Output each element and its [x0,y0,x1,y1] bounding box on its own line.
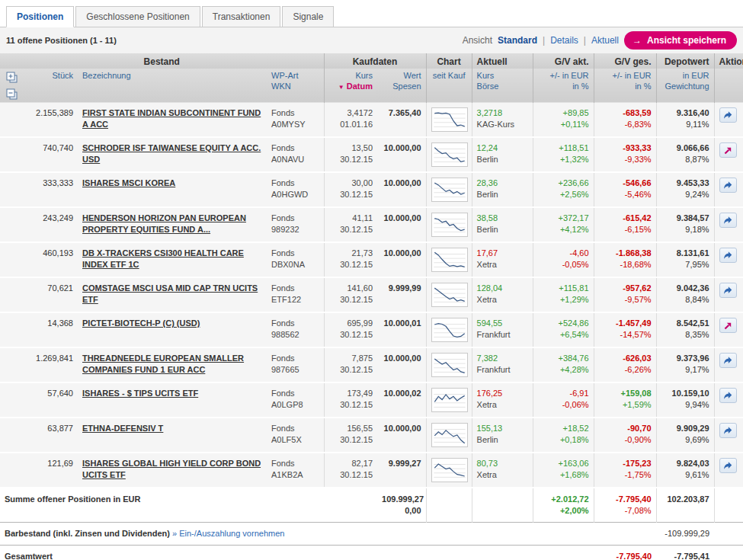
trade-action-button[interactable] [719,423,737,438]
wkn-value: A0NAVU [271,154,319,165]
position-name-link[interactable]: DB X-TRACKERS CSI300 HEALTH CARE INDEX E… [82,248,244,269]
gv-ges-pct: -6,26% [599,364,652,376]
cash-label: Barbestand (inkl. Zinsen und Dividenden) [5,529,170,538]
sort-boerse[interactable]: Börse [477,81,528,91]
trade-action-button[interactable] [719,107,737,123]
expand-all-icon[interactable] [6,72,18,84]
depot-weight: 9,94% [661,399,709,411]
sparkline-chart[interactable] [431,318,468,342]
tab-transaktionen[interactable]: Transaktionen [202,6,281,27]
position-name-link[interactable]: FIRST STATE INDIAN SUBCONTINENT FUND A A… [82,108,261,129]
buy-price: 30,00 [329,178,373,189]
exchange-name: Frankfurt [477,329,528,341]
sparkline-chart[interactable] [431,353,468,377]
sparkline-chart[interactable] [431,388,468,412]
position-name-link[interactable]: SCHRODER ISF TAIWANESE EQUITY A ACC. USD [82,143,261,164]
position-name-link[interactable]: ISHARES - $ TIPS UCITS ETF [82,389,198,398]
buy-price: 41,11 [329,213,373,224]
gv-akt-pct: +2,56% [538,189,589,200]
blue-trade-arrow-icon [722,250,733,261]
view-aktuell-link[interactable]: Aktuell [591,35,619,46]
column-group-chart: Chart [426,53,472,69]
table-row: 333,333 ISHARES MSCI KOREA Fonds A0HGWD … [0,172,743,207]
sparkline-chart[interactable] [431,458,468,482]
gv-ges-eur: +159,08 [599,388,652,399]
trade-action-button[interactable] [719,142,737,158]
depot-weight: 9,17% [661,364,709,376]
open-positions-count: 11 offene Positionen (1 - 11) [6,36,117,45]
collapse-all-icon[interactable] [6,88,18,101]
tab-positionen[interactable]: Positionen [6,6,74,27]
current-price: 28,36 [477,178,528,189]
sort-wkn[interactable]: WKN [271,81,319,91]
sort-gewichtung[interactable]: Gewichtung [661,81,709,91]
position-name-link[interactable]: ISHARES MSCI KOREA [82,178,175,187]
gv-akt-pct: +0,11% [538,119,589,130]
trade-action-button[interactable] [719,283,737,298]
sort-depot-eur[interactable]: in EUR [661,70,709,81]
trade-action-button[interactable] [719,388,737,403]
gv-ges-eur: -1.868,38 [599,248,652,259]
table-row: 740,740 SCHRODER ISF TAIWANESE EQUITY A … [0,137,743,172]
depot-weight: 8,35% [661,329,709,341]
sort-gv-akt-eur[interactable]: +/- in EUR [538,70,589,81]
total-label: Gesamtwert [0,546,594,560]
sort-stueck[interactable]: Stück [27,70,73,81]
gv-akt-eur: -6,91 [538,388,589,399]
total-value: -7.795,41 [656,546,714,560]
sort-gv-akt-pct[interactable]: in % [538,81,589,91]
sparkline-chart[interactable] [431,283,468,307]
sort-gv-ges-eur[interactable]: +/- in EUR [599,70,652,81]
blue-trade-arrow-icon [722,215,733,226]
depot-value: 9.042,36 [661,283,709,294]
view-standard-link[interactable]: Standard [498,35,537,46]
position-name-link[interactable]: HENDERSON HORIZON PAN EUROPEAN PROPERTY … [82,213,246,234]
wp-art-value: Fonds [271,388,319,399]
sort-wp-art[interactable]: WP-Art [271,70,319,81]
sort-kauf-kurs[interactable]: Kurs [329,70,373,81]
sort-gv-ges-pct[interactable]: in % [599,81,652,91]
view-details-link[interactable]: Details [550,35,578,46]
position-name-link[interactable]: ETHNA-DEFENSIV T [82,424,163,433]
column-group-aktuell: Aktuell [472,53,533,69]
pink-trade-arrow-icon [723,321,733,331]
trade-action-button[interactable] [719,178,737,193]
exchange-name: Frankfurt [477,364,528,376]
deposit-withdraw-link[interactable]: » Ein-/Auszahlung vornehmen [172,529,284,538]
wp-art-value: Fonds [271,283,319,294]
gv-ges-eur: -1.457,49 [599,318,652,329]
gv-akt-pct: +0,18% [538,434,589,446]
shares-value: 121,69 [23,453,78,488]
tab-geschlossene-positionen[interactable]: Geschlossene Positionen [75,6,200,27]
sort-wert[interactable]: Wert [382,70,421,81]
sort-bezeichnung[interactable]: Bezeichnung [82,70,262,81]
trade-action-button[interactable] [719,458,737,473]
sparkline-chart[interactable] [431,178,468,202]
table-row: 70,621 COMSTAGE MSCI USA MID CAP TRN UCI… [0,277,743,312]
table-row: 57,640 ISHARES - $ TIPS UCITS ETF Fonds … [0,382,743,418]
trade-action-button[interactable] [719,353,737,368]
position-name-link[interactable]: PICTET-BIOTECH-P (C) (USD) [82,318,200,328]
sparkline-chart[interactable] [431,107,468,132]
ansicht-label: Ansicht [463,35,492,46]
tab-signale[interactable]: Signale [282,6,334,27]
gv-akt-eur: +372,17 [538,213,589,224]
trade-action-button[interactable] [719,318,737,333]
trade-action-button[interactable] [719,248,737,263]
sparkline-chart[interactable] [431,423,468,447]
sparkline-chart[interactable] [431,142,468,167]
sparkline-chart[interactable] [431,213,468,237]
sort-datum[interactable]: ▼ Datum [329,81,373,93]
sort-akt-kurs[interactable]: Kurs [477,70,528,81]
sort-spesen[interactable]: Spesen [382,81,421,91]
position-name-link[interactable]: THREADNEEDLE EUROPEAN SMALLER COMPANIES … [82,354,244,374]
wkn-value: 988562 [271,329,319,341]
depot-value: 9.066,66 [661,142,709,154]
column-group-aktion: Aktion [714,53,743,69]
position-name-link[interactable]: COMSTAGE MSCI USA MID CAP TRN UCITS ETF [82,283,258,304]
position-name-link[interactable]: ISHARES GLOBAL HIGH YIELD CORP BOND UCIT… [82,459,261,479]
sparkline-chart[interactable] [431,248,468,272]
current-price: 38,58 [477,213,528,224]
save-view-button[interactable]: → Ansicht speichern [624,31,737,50]
trade-action-button[interactable] [719,213,737,228]
